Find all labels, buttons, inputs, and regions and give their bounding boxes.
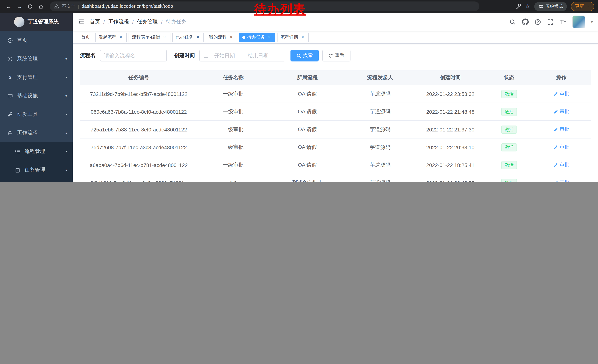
wrench-icon — [8, 112, 13, 117]
sidebar-item-label: 系统管理 — [17, 56, 38, 62]
sidebar-item-infra[interactable]: 基础设施 ▾ — [0, 87, 73, 105]
close-icon[interactable]: × — [300, 35, 305, 40]
sidebar-item-task-mgmt[interactable]: 任务管理 ▴ — [0, 161, 73, 179]
user-avatar[interactable] — [573, 16, 585, 28]
search-button[interactable]: 搜索 — [291, 50, 319, 61]
table-row: a6aba0a4-7b6d-11ec-b781-acde48001122一级审批… — [80, 156, 590, 174]
fullscreen-button[interactable] — [547, 18, 554, 25]
status-badge: 激活 — [501, 143, 517, 151]
github-link[interactable] — [522, 18, 529, 25]
task-name-cell: 一级审批 — [198, 162, 269, 168]
close-icon[interactable]: × — [229, 35, 234, 40]
sidebar-item-label: 工作流程 — [17, 129, 38, 136]
tab-done-tasks[interactable]: 已办任务 × — [172, 32, 204, 42]
sidebar-item-label: 研发工具 — [17, 111, 38, 118]
star-icon[interactable]: ☆ — [525, 3, 530, 10]
close-icon[interactable]: × — [118, 35, 123, 40]
approve-link[interactable]: 审批 — [553, 126, 569, 133]
initiator-cell: 芋道源码 — [346, 162, 415, 168]
approve-link[interactable]: 审批 — [553, 108, 569, 115]
process-cell: OA 请假 — [269, 126, 346, 133]
main-area: 首页 / 工作流程 / 任务管理 / 待办任务 — [73, 13, 598, 182]
help-button[interactable] — [535, 18, 541, 25]
browser-home-button[interactable] — [36, 1, 46, 11]
update-button[interactable]: 更新 ⋮ — [571, 2, 594, 11]
reload-icon — [27, 4, 33, 9]
breadcrumb-item-home[interactable]: 首页 — [90, 18, 100, 25]
sidebar-item-system[interactable]: 系统管理 ▾ — [0, 50, 73, 68]
sidebar-item-workflow[interactable]: 工作流程 ▴ — [0, 124, 73, 142]
tab-todo-tasks[interactable]: 待办任务 × — [239, 32, 275, 42]
browser-menu-icon[interactable]: ⋮ — [586, 4, 590, 9]
created-time-cell: 2022-01-22 18:25:41 — [415, 162, 486, 168]
tab-process-detail[interactable]: 流程详情 × — [277, 32, 309, 42]
approve-label: 审批 — [560, 126, 569, 133]
column-header-initiator: 流程发起人 — [346, 74, 415, 81]
column-header-task-id: 任务编号 — [80, 74, 198, 81]
incognito-icon — [538, 4, 544, 9]
sidebar-item-label: 基础设施 — [17, 93, 38, 99]
close-icon[interactable]: × — [267, 35, 272, 40]
tab-start-process[interactable]: 发起流程 × — [95, 32, 127, 42]
date-range-picker[interactable]: - — [199, 50, 285, 61]
status-cell: 激活 — [486, 125, 532, 133]
forward-icon: → — [17, 3, 22, 9]
sidebar-toggle-button[interactable] — [73, 13, 90, 31]
approve-link[interactable]: 审批 — [553, 162, 569, 168]
app-title: 芋道管理系统 — [28, 18, 59, 25]
status-badge: 激活 — [501, 161, 517, 169]
refresh-icon — [328, 53, 333, 58]
process-cell: 测试多审批人 — [269, 179, 346, 182]
tab-label: 已办任务 — [176, 34, 193, 40]
reset-button[interactable]: 重置 — [322, 50, 350, 61]
sidebar-item-label: 任务管理 — [25, 167, 45, 173]
browser-forward-button[interactable]: → — [15, 1, 25, 11]
font-size-button[interactable] — [560, 18, 566, 25]
tab-home[interactable]: 首页 — [78, 32, 93, 42]
sidebar-item-process-mgmt[interactable]: 流程管理 ▾ — [0, 142, 73, 161]
approve-label: 审批 — [560, 179, 569, 182]
caret-down-icon[interactable]: ▾ — [591, 20, 593, 24]
search-icon — [296, 53, 301, 58]
browser-back-button[interactable]: ← — [4, 1, 14, 11]
key-icon[interactable] — [515, 3, 521, 9]
breadcrumb-item-task-mgmt[interactable]: 任务管理 — [137, 18, 158, 25]
sidebar-item-devtools[interactable]: 研发工具 ▾ — [0, 105, 73, 124]
sidebar-item-my-process[interactable]: 我的流程 — [0, 179, 73, 182]
header-search-button[interactable] — [509, 18, 516, 25]
chevron-down-icon: ▾ — [65, 75, 67, 79]
font-size-icon — [560, 19, 566, 25]
approve-label: 审批 — [560, 108, 569, 115]
approve-link[interactable]: 审批 — [553, 179, 569, 182]
tab-label: 流程表单-编辑 — [132, 34, 160, 40]
chevron-down-icon: ▾ — [65, 94, 67, 98]
breadcrumb-separator: / — [103, 19, 105, 25]
app-logo[interactable]: 芋道管理系统 — [0, 13, 73, 31]
list-icon — [15, 149, 20, 154]
approve-link[interactable]: 审批 — [553, 144, 569, 151]
breadcrumb-item-workflow[interactable]: 工作流程 — [108, 18, 129, 25]
initiator-cell: 芋道源码 — [346, 144, 415, 151]
search-button-label: 搜索 — [303, 52, 313, 59]
close-icon[interactable]: × — [195, 35, 200, 40]
created-time-cell: 2022-01-22 20:33:10 — [415, 144, 486, 150]
sidebar: 芋道管理系统 首页 系统管理 ▾ ¥ 支付管理 ▾ 基础设施 ▾ — [0, 13, 73, 182]
column-header-process: 所属流程 — [269, 74, 346, 81]
sidebar-item-payment[interactable]: ¥ 支付管理 ▾ — [0, 68, 73, 87]
process-cell: OA 请假 — [269, 90, 346, 97]
close-icon[interactable]: × — [162, 35, 167, 40]
edit-icon — [553, 109, 558, 114]
task-table: 任务编号 任务名称 所属流程 流程发起人 创建时间 状态 操作 73211d9d… — [80, 70, 590, 182]
process-name-input[interactable] — [104, 53, 163, 58]
created-time-cell: 2022-01-21 22:43:55 — [415, 180, 486, 182]
sidebar-item-home[interactable]: 首页 — [0, 31, 73, 50]
end-date-input[interactable] — [244, 53, 273, 58]
sidebar-item-label: 支付管理 — [17, 74, 38, 81]
approve-link[interactable]: 审批 — [553, 90, 569, 97]
github-icon — [522, 18, 529, 25]
gear-icon — [8, 56, 13, 62]
start-date-input[interactable] — [210, 53, 239, 58]
tab-my-process[interactable]: 我的流程 × — [206, 32, 237, 42]
browser-reload-button[interactable] — [25, 1, 35, 11]
tab-process-form-edit[interactable]: 流程表单-编辑 × — [129, 32, 170, 42]
